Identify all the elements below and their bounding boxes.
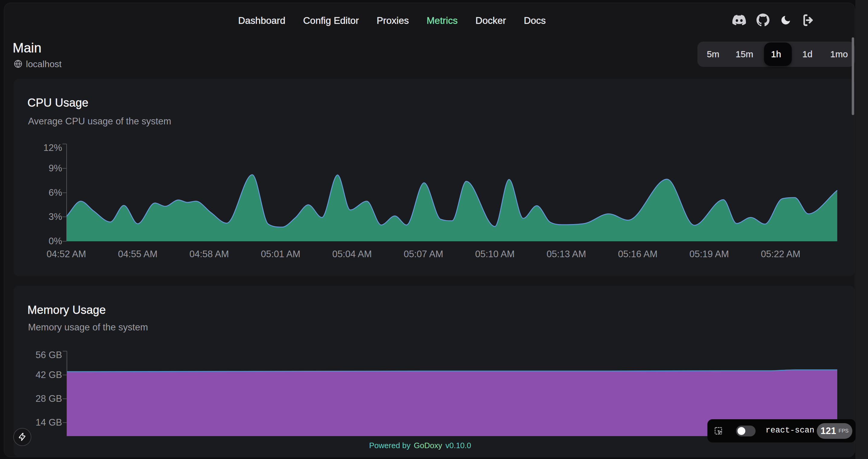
svg-text:12%: 12% bbox=[43, 142, 62, 153]
svg-text:05:10 AM: 05:10 AM bbox=[475, 249, 515, 259]
svg-text:05:19 AM: 05:19 AM bbox=[689, 249, 729, 259]
svg-text:0%: 0% bbox=[49, 236, 62, 247]
svg-text:05:04 AM: 05:04 AM bbox=[333, 249, 372, 259]
svg-text:05:22 AM: 05:22 AM bbox=[761, 249, 801, 259]
svg-text:04:52 AM: 04:52 AM bbox=[47, 249, 86, 259]
svg-text:28 GB: 28 GB bbox=[36, 393, 62, 404]
svg-text:42 GB: 42 GB bbox=[36, 369, 62, 380]
svg-text:56 GB: 56 GB bbox=[36, 350, 62, 360]
svg-text:6%: 6% bbox=[49, 187, 62, 198]
svg-text:05:16 AM: 05:16 AM bbox=[618, 249, 658, 259]
svg-text:04:58 AM: 04:58 AM bbox=[190, 249, 229, 259]
svg-text:05:13 AM: 05:13 AM bbox=[547, 249, 586, 259]
svg-text:14 GB: 14 GB bbox=[36, 417, 62, 428]
svg-text:04:55 AM: 04:55 AM bbox=[118, 249, 158, 259]
svg-text:05:01 AM: 05:01 AM bbox=[261, 249, 301, 259]
svg-text:9%: 9% bbox=[49, 163, 62, 173]
svg-text:05:07 AM: 05:07 AM bbox=[404, 249, 443, 259]
svg-text:3%: 3% bbox=[49, 211, 62, 222]
